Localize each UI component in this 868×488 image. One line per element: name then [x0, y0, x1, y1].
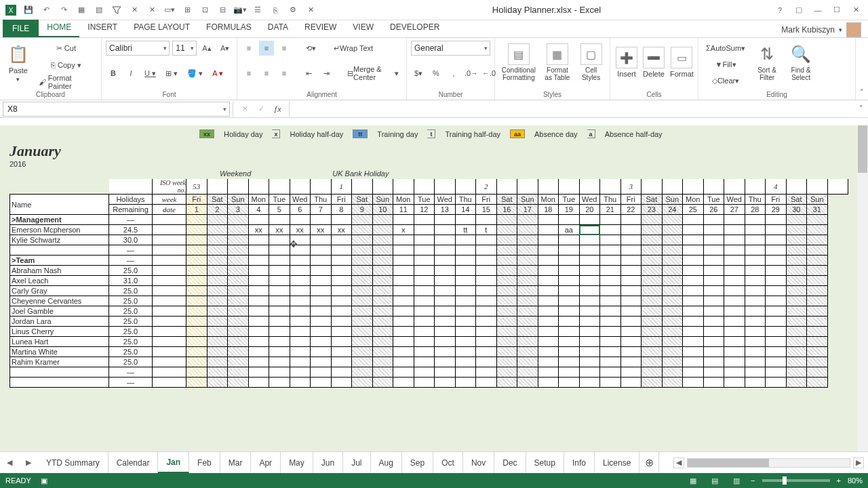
table-row[interactable]: —: [10, 378, 848, 388]
undo-icon[interactable]: ↶: [39, 3, 53, 17]
tab-nav-prev[interactable]: ◀: [0, 452, 19, 473]
table-row[interactable]: —: [10, 367, 848, 378]
cancel-formula-icon[interactable]: ✕: [237, 102, 252, 117]
minimize-icon[interactable]: —: [810, 2, 826, 18]
format-as-table-button[interactable]: ▦Format as Table: [541, 41, 574, 84]
italic-button[interactable]: I: [123, 66, 138, 81]
sheet-tab-license[interactable]: License: [595, 452, 639, 473]
qat-btn-8[interactable]: ⊟: [216, 3, 229, 17]
page-break-view-icon[interactable]: ▥: [729, 475, 744, 486]
zoom-in-icon[interactable]: +: [837, 476, 841, 485]
ribbon-tab-page-layout[interactable]: PAGE LAYOUT: [125, 18, 198, 37]
expand-formula-bar-icon[interactable]: ˅: [854, 104, 868, 113]
table-row[interactable]: Axel Leach31.0: [10, 276, 848, 286]
add-sheet-button[interactable]: ⊕: [639, 456, 658, 469]
ribbon-display-icon[interactable]: ▢: [791, 2, 807, 18]
table-row[interactable]: Cheyenne Cervantes25.0: [10, 296, 848, 306]
fx-icon[interactable]: ƒx: [270, 102, 285, 117]
find-select-button[interactable]: 🔍Find & Select: [785, 41, 816, 84]
font-name-select[interactable]: Calibri: [106, 41, 170, 56]
maximize-icon[interactable]: ☐: [829, 2, 845, 18]
align-left-button[interactable]: ≡: [241, 66, 256, 81]
sheet-tab-may[interactable]: May: [281, 452, 313, 473]
font-size-select[interactable]: 11: [172, 41, 196, 56]
formula-bar[interactable]: [289, 102, 854, 117]
user-account[interactable]: Mark Kubiszyn ▾: [781, 22, 868, 37]
sheet-tab-sep[interactable]: Sep: [402, 452, 433, 473]
align-right-button[interactable]: ≡: [277, 66, 292, 81]
orientation-button[interactable]: ⟲▾: [302, 41, 319, 56]
filter-icon[interactable]: [110, 3, 123, 17]
close-icon[interactable]: ✕: [848, 2, 864, 18]
decrease-font-button[interactable]: A▾: [217, 41, 233, 56]
sheet-tab-jun[interactable]: Jun: [313, 452, 343, 473]
table-row[interactable]: Abraham Nash25.0: [10, 266, 848, 276]
increase-decimal-button[interactable]: .0→: [464, 66, 479, 81]
percent-button[interactable]: %: [429, 66, 443, 81]
name-box[interactable]: X8: [3, 102, 230, 117]
ribbon-tab-home[interactable]: HOME: [39, 18, 79, 37]
tab-nav-next[interactable]: ▶: [19, 452, 38, 473]
scroll-left-icon[interactable]: ◀: [673, 458, 684, 468]
comma-button[interactable]: ,: [446, 66, 461, 81]
table-row[interactable]: Emerson Mcpherson24.5xxxxxxxxxxxtttaa: [10, 225, 848, 235]
sheet-tab-oct[interactable]: Oct: [433, 452, 463, 473]
underline-button[interactable]: U ▾: [141, 66, 159, 81]
sheet-tab-info[interactable]: Info: [564, 452, 595, 473]
qat-btn-10[interactable]: ⎘: [269, 3, 282, 17]
table-row[interactable]: >Team—: [10, 256, 848, 266]
increase-indent-button[interactable]: ⇥: [319, 66, 334, 81]
copy-button[interactable]: ⎘ Copy ▾: [35, 58, 97, 73]
fill-color-button[interactable]: 🪣 ▾: [184, 66, 206, 81]
zoom-out-icon[interactable]: −: [751, 476, 755, 485]
decrease-decimal-button[interactable]: ←.0: [481, 66, 496, 81]
increase-font-button[interactable]: A▴: [199, 41, 215, 56]
scroll-right-icon[interactable]: ▶: [853, 458, 864, 468]
ribbon-tab-view[interactable]: VIEW: [344, 18, 382, 37]
ribbon-tab-review[interactable]: REVIEW: [296, 18, 344, 37]
align-center-button[interactable]: ≡: [259, 66, 274, 81]
table-row[interactable]: Lunea Hart25.0: [10, 337, 848, 347]
planner-table[interactable]: ISO week no.531234NameHolidaysweekFriSat…: [9, 179, 848, 388]
conditional-formatting-button[interactable]: ▤Conditional Formatting: [499, 41, 538, 84]
sheet-tab-aug[interactable]: Aug: [371, 452, 402, 473]
table-row[interactable]: —: [10, 245, 848, 256]
delete-cells-button[interactable]: ➖Delete: [642, 44, 666, 81]
border-button[interactable]: ⊞ ▾: [162, 66, 181, 81]
table-row[interactable]: Martina White25.0: [10, 347, 848, 357]
qat-btn-2[interactable]: ▧: [92, 3, 106, 17]
sheet-tab-setup[interactable]: Setup: [526, 452, 564, 473]
wrap-text-button[interactable]: ↵ Wrap Text: [330, 41, 376, 56]
ribbon-tab-developer[interactable]: DEVELOPER: [382, 18, 448, 37]
cut-button[interactable]: ✂ Cut: [35, 41, 97, 56]
align-bottom-button[interactable]: ≡: [277, 41, 292, 56]
table-row[interactable]: Linus Cherry25.0: [10, 327, 848, 337]
sheet-tab-nov[interactable]: Nov: [463, 452, 494, 473]
collapse-ribbon-icon[interactable]: ˄: [856, 38, 868, 100]
decrease-indent-button[interactable]: ⇤: [302, 66, 317, 81]
insert-cells-button[interactable]: ➕Insert: [614, 44, 639, 81]
autosum-button[interactable]: Σ AutoSum ▾: [703, 41, 749, 56]
accounting-format-button[interactable]: $▾: [411, 66, 426, 81]
qat-btn-1[interactable]: ▦: [75, 3, 88, 17]
enter-formula-icon[interactable]: ✓: [254, 102, 269, 117]
cell-styles-button[interactable]: ▢Cell Styles: [576, 41, 606, 84]
qat-btn-11[interactable]: ⚙: [286, 3, 300, 17]
table-row[interactable]: Joel Gamble25.0: [10, 306, 848, 317]
horizontal-scrollbar[interactable]: ◀ ▶: [669, 458, 868, 468]
excel-icon[interactable]: X: [4, 3, 18, 17]
merge-center-button[interactable]: ⊟ Merge & Center ▾: [344, 66, 402, 81]
vertical-scrollbar[interactable]: [857, 125, 868, 451]
sheet-tab-mar[interactable]: Mar: [220, 452, 252, 473]
qat-btn-5[interactable]: ▭▾: [163, 3, 176, 17]
sort-filter-button[interactable]: ⇅Sort & Filter: [751, 41, 783, 84]
align-top-button[interactable]: ≡: [241, 41, 256, 56]
ribbon-tab-data[interactable]: DATA: [260, 18, 296, 37]
ribbon-tab-insert[interactable]: INSERT: [79, 18, 125, 37]
table-row[interactable]: Kylie Schwartz30.0: [10, 235, 848, 245]
number-format-select[interactable]: General: [411, 41, 490, 56]
help-icon[interactable]: ?: [772, 2, 788, 18]
fill-button[interactable]: ▼ Fill ▾: [703, 57, 749, 72]
zoom-level[interactable]: 80%: [848, 476, 863, 485]
ribbon-tab-formulas[interactable]: FORMULAS: [198, 18, 260, 37]
